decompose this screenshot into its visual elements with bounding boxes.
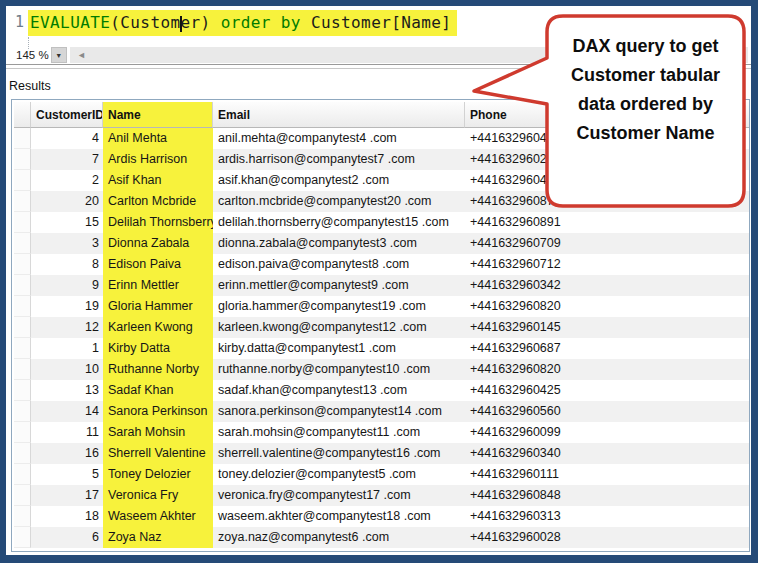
cell-name[interactable]: Sherrell Valentine	[103, 443, 213, 464]
zoom-level-dropdown[interactable]: 145 % ▼	[16, 47, 67, 63]
column-header-email[interactable]: Email	[213, 102, 465, 128]
cell-customerid[interactable]: 20	[31, 191, 103, 212]
cell-email[interactable]: anil.mehta@companytest4 .com	[213, 128, 465, 149]
cell-name[interactable]: Karleen Kwong	[103, 317, 213, 338]
cell-email[interactable]: sherrell.valentine@companytest16 .com	[213, 443, 465, 464]
row-selector[interactable]	[14, 254, 31, 275]
table-row[interactable]: 16Sherrell Valentinesherrell.valentine@c…	[14, 443, 749, 464]
table-row[interactable]: 8Edison Paivaedison.paiva@companytest8 .…	[14, 254, 749, 275]
cell-email[interactable]: waseem.akhter@companytest18 .com	[213, 506, 465, 527]
header-row-selector[interactable]	[14, 102, 31, 128]
cell-customerid[interactable]: 17	[31, 485, 103, 506]
cell-customerid[interactable]: 18	[31, 506, 103, 527]
cell-name[interactable]: Kirby Datta	[103, 338, 213, 359]
row-selector[interactable]	[14, 149, 31, 170]
table-row[interactable]: 6Zoya Nazzoya.naz@companytest6 .com+4416…	[14, 527, 749, 548]
cell-customerid[interactable]: 8	[31, 254, 103, 275]
cell-name[interactable]: Gloria Hammer	[103, 296, 213, 317]
cell-phone[interactable]: +441632960111	[465, 464, 605, 485]
cell-email[interactable]: karleen.kwong@companytest12 .com	[213, 317, 465, 338]
cell-phone[interactable]: +441632960028	[465, 527, 605, 548]
cell-email[interactable]: zoya.naz@companytest6 .com	[213, 527, 465, 548]
cell-name[interactable]: Carlton Mcbride	[103, 191, 213, 212]
cell-name[interactable]: Erinn Mettler	[103, 275, 213, 296]
row-selector[interactable]	[14, 338, 31, 359]
cell-name[interactable]: Dionna Zabala	[103, 233, 213, 254]
cell-phone[interactable]: +441632960820	[465, 359, 605, 380]
cell-customerid[interactable]: 19	[31, 296, 103, 317]
cell-email[interactable]: sarah.mohsin@companytest11 .com	[213, 422, 465, 443]
cell-customerid[interactable]: 14	[31, 401, 103, 422]
cell-email[interactable]: asif.khan@companytest2 .com	[213, 170, 465, 191]
table-row[interactable]: 19Gloria Hammergloria.hammer@companytest…	[14, 296, 749, 317]
cell-customerid[interactable]: 4	[31, 128, 103, 149]
cell-phone[interactable]: +441632960340	[465, 443, 605, 464]
table-row[interactable]: 3Dionna Zabaladionna.zabala@companytest3…	[14, 233, 749, 254]
cell-name[interactable]: Ardis Harrison	[103, 149, 213, 170]
cell-name[interactable]: Anil Mehta	[103, 128, 213, 149]
cell-name[interactable]: Asif Khan	[103, 170, 213, 191]
cell-customerid[interactable]: 1	[31, 338, 103, 359]
cell-name[interactable]: Veronica Fry	[103, 485, 213, 506]
row-selector[interactable]	[14, 359, 31, 380]
row-selector[interactable]	[14, 191, 31, 212]
cell-email[interactable]: sadaf.khan@companytest13 .com	[213, 380, 465, 401]
cell-name[interactable]: Delilah Thornsberry	[103, 212, 213, 233]
cell-email[interactable]: gloria.hammer@companytest19 .com	[213, 296, 465, 317]
column-header-customerid[interactable]: CustomerID	[31, 102, 103, 128]
cell-email[interactable]: delilah.thornsberry@companytest15 .com	[213, 212, 465, 233]
cell-name[interactable]: Ruthanne Norby	[103, 359, 213, 380]
cell-customerid[interactable]: 11	[31, 422, 103, 443]
cell-name[interactable]: Waseem Akhter	[103, 506, 213, 527]
cell-phone[interactable]: +441632960712	[465, 254, 605, 275]
cell-customerid[interactable]: 2	[31, 170, 103, 191]
cell-customerid[interactable]: 3	[31, 233, 103, 254]
cell-email[interactable]: veronica.fry@companytest17 .com	[213, 485, 465, 506]
row-selector[interactable]	[14, 464, 31, 485]
row-selector[interactable]	[14, 443, 31, 464]
cell-phone[interactable]: +441632960342	[465, 275, 605, 296]
cell-phone[interactable]: +441632960687	[465, 338, 605, 359]
cell-email[interactable]: kirby.datta@companytest1 .com	[213, 338, 465, 359]
row-selector[interactable]	[14, 401, 31, 422]
row-selector[interactable]	[14, 296, 31, 317]
cell-email[interactable]: ruthanne.norby@companytest10 .com	[213, 359, 465, 380]
cell-customerid[interactable]: 13	[31, 380, 103, 401]
cell-name[interactable]: Sadaf Khan	[103, 380, 213, 401]
row-selector[interactable]	[14, 422, 31, 443]
table-row[interactable]: 10Ruthanne Norbyruthanne.norby@companyte…	[14, 359, 749, 380]
cell-email[interactable]: toney.delozier@companytest5 .com	[213, 464, 465, 485]
table-row[interactable]: 12Karleen Kwongkarleen.kwong@companytest…	[14, 317, 749, 338]
cell-phone[interactable]: +441632960848	[465, 485, 605, 506]
row-selector[interactable]	[14, 170, 31, 191]
table-row[interactable]: 13Sadaf Khansadaf.khan@companytest13 .co…	[14, 380, 749, 401]
column-header-name[interactable]: Name	[103, 102, 213, 128]
row-selector[interactable]	[14, 212, 31, 233]
cell-email[interactable]: sanora.perkinson@companytest14 .com	[213, 401, 465, 422]
dax-query-text[interactable]: EVALUATE(Customer) order by Customer[Nam…	[28, 10, 457, 36]
cell-phone[interactable]: +441632960313	[465, 506, 605, 527]
table-row[interactable]: 14Sanora Perkinsonsanora.perkinson@compa…	[14, 401, 749, 422]
cell-email[interactable]: dionna.zabala@companytest3 .com	[213, 233, 465, 254]
cell-name[interactable]: Sanora Perkinson	[103, 401, 213, 422]
cell-phone[interactable]: +441632960099	[465, 422, 605, 443]
row-selector[interactable]	[14, 317, 31, 338]
cell-customerid[interactable]: 9	[31, 275, 103, 296]
cell-phone[interactable]: +441632960145	[465, 317, 605, 338]
table-row[interactable]: 9Erinn Mettlererinn.mettler@companytest9…	[14, 275, 749, 296]
cell-customerid[interactable]: 16	[31, 443, 103, 464]
cell-email[interactable]: carlton.mcbride@companytest20 .com	[213, 191, 465, 212]
row-selector[interactable]	[14, 506, 31, 527]
row-selector[interactable]	[14, 128, 31, 149]
table-row[interactable]: 1Kirby Dattakirby.datta@companytest1 .co…	[14, 338, 749, 359]
scroll-left-icon[interactable]: ◄	[77, 50, 86, 60]
cell-name[interactable]: Edison Paiva	[103, 254, 213, 275]
cell-name[interactable]: Toney Delozier	[103, 464, 213, 485]
cell-phone[interactable]: +441632960560	[465, 401, 605, 422]
cell-email[interactable]: edison.paiva@companytest8 .com	[213, 254, 465, 275]
table-row[interactable]: 18Waseem Akhterwaseem.akhter@companytest…	[14, 506, 749, 527]
table-row[interactable]: 5Toney Deloziertoney.delozier@companytes…	[14, 464, 749, 485]
cell-email[interactable]: ardis.harrison@companytest7 .com	[213, 149, 465, 170]
cell-customerid[interactable]: 7	[31, 149, 103, 170]
cell-phone[interactable]: +441632960709	[465, 233, 605, 254]
